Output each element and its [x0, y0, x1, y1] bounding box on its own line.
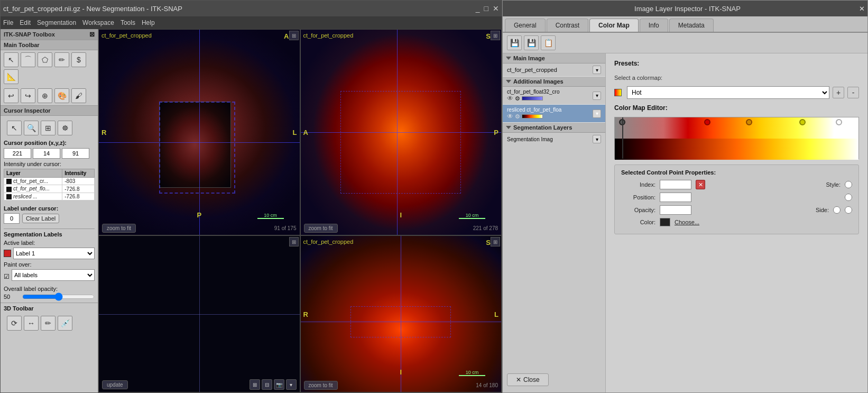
zoom-to-fit-tr[interactable]: zoom to fit	[304, 224, 338, 233]
icon-down-btn[interactable]: ▾	[286, 379, 297, 390]
side-radio1[interactable]	[833, 206, 841, 214]
menu-file[interactable]: File	[3, 19, 13, 26]
layer2-item[interactable]: resliced ct_for_pet_floa 👁 ⚙ ▾	[503, 105, 605, 123]
choose-link[interactable]: Choose...	[675, 219, 699, 225]
redo-btn[interactable]: ↪	[21, 88, 35, 103]
cp-white[interactable]	[836, 119, 842, 125]
layer1-item[interactable]: ct_for_pet_float32_cro 👁 ⚙ ▾	[503, 87, 605, 105]
polygon-tool-btn[interactable]: ⬠	[38, 52, 52, 67]
tab-colormap[interactable]: Color Map	[589, 19, 639, 32]
layer2-eye-icon[interactable]: 👁	[507, 113, 513, 120]
undo-btn[interactable]: ↩	[4, 88, 19, 103]
toolbox-collapse-icon[interactable]: ⊠	[89, 31, 95, 38]
3d-tool2-btn[interactable]: ↔	[24, 316, 39, 331]
brush-tool-btn[interactable]: ✏	[54, 52, 69, 67]
vp-expand-bl[interactable]: ⊞	[289, 237, 299, 246]
index-input[interactable]	[660, 180, 691, 189]
menu-segmentation[interactable]: Segmentation	[37, 19, 76, 26]
inspector-clipboard-btn[interactable]: 📋	[541, 35, 556, 50]
colormap-select[interactable]: Hot Gray Jet Cool	[627, 86, 829, 99]
viewport-top-right[interactable]: ct_for_pet_cropped S A P I 10 cm zoom to…	[300, 29, 502, 235]
color-swatch-btn[interactable]	[660, 218, 670, 226]
viewport-bottom-left[interactable]: update ⊞ ⊟ 📷 ▾ ⊞	[98, 235, 300, 392]
opacity-cp-input[interactable]	[660, 205, 691, 215]
menu-edit[interactable]: Edit	[20, 19, 31, 26]
tab-general[interactable]: General	[505, 19, 546, 32]
colormap-add-btn[interactable]: +	[833, 87, 844, 98]
frame-info-br: 14 of 180	[476, 382, 498, 388]
black-panel-image[interactable]	[99, 236, 300, 392]
tab-metadata[interactable]: Metadata	[669, 19, 714, 32]
position-input[interactable]	[660, 193, 691, 202]
position-radio[interactable]	[845, 194, 852, 201]
close-btn[interactable]: ✕	[493, 4, 499, 13]
3d-tool4-btn[interactable]: 💉	[58, 316, 72, 331]
minimize-btn[interactable]: _	[476, 4, 480, 13]
pet-coronal-image[interactable]: ct_for_pet_cropped S R L I 10 cm	[301, 236, 502, 392]
vp-expand-tr[interactable]: ⊞	[491, 31, 500, 40]
cursor-y-input[interactable]	[33, 148, 60, 159]
label-color-swatch[interactable]	[4, 250, 11, 257]
clear-label-btn[interactable]: Clear Label	[22, 214, 59, 223]
zoom-to-fit-br[interactable]: zoom to fit	[304, 381, 338, 390]
layer1-close[interactable]: ▾	[593, 92, 601, 100]
3d-tool3-btn[interactable]: ✏	[41, 316, 56, 331]
cursor-tool-btn[interactable]: ↖	[7, 121, 22, 135]
menu-tools[interactable]: Tools	[121, 19, 135, 26]
fill-tool-btn[interactable]: $	[71, 52, 86, 67]
tab-contrast[interactable]: Contrast	[547, 19, 588, 32]
inspector-close-big-btn[interactable]: ✕ Close	[507, 373, 549, 386]
layer1-eye-icon[interactable]: 👁	[507, 95, 513, 102]
main-image-layer-item[interactable]: ct_for_pet_cropped ▾	[503, 63, 605, 77]
ct-scan-image[interactable]: ct_for_pet_cropped A R L P 10 cm	[99, 30, 300, 235]
palette-btn[interactable]: 🖌	[71, 88, 86, 103]
colormap-gradient-container[interactable]	[614, 117, 859, 159]
cp-yellow[interactable]	[799, 119, 806, 125]
seg-image-row[interactable]: Segmentation Imag ▾	[503, 133, 605, 145]
all-labels-dropdown[interactable]: All labels	[12, 269, 95, 281]
pointer-tool-btn[interactable]: ↖	[4, 52, 19, 67]
icon-minus-btn[interactable]: ⊟	[262, 379, 272, 390]
zoom-to-fit-tl[interactable]: zoom to fit	[102, 224, 136, 233]
crosshair-tool-btn[interactable]: ⊞	[41, 121, 56, 135]
maximize-btn[interactable]: □	[484, 4, 488, 13]
label-value-input[interactable]	[4, 213, 20, 224]
tab-info[interactable]: Info	[640, 19, 668, 32]
3d-tool1-btn[interactable]: ⟳	[7, 316, 22, 331]
icon-grid-btn[interactable]: ⊞	[250, 379, 260, 390]
magnify-tool-btn[interactable]: 🔍	[24, 121, 39, 135]
ruler-tool-btn[interactable]: 📐	[4, 69, 19, 84]
inspector-save-btn1[interactable]: 💾	[507, 35, 522, 50]
side-radio2[interactable]	[845, 206, 852, 214]
cp-red-mid[interactable]	[704, 119, 710, 125]
style-radio[interactable]	[845, 181, 852, 188]
menu-workspace[interactable]: Workspace	[82, 19, 114, 26]
layer-close-main[interactable]: ▾	[593, 66, 601, 74]
layers-btn[interactable]: ⊕	[38, 88, 52, 103]
layer2-settings-icon[interactable]: ⚙	[515, 113, 520, 120]
hand-tool-btn[interactable]: ☸	[58, 121, 72, 135]
seg-image-close[interactable]: ▾	[593, 135, 601, 143]
label-dropdown[interactable]: Label 1	[13, 248, 95, 259]
lasso-tool-btn[interactable]: ⌒	[21, 52, 35, 67]
viewport-top-left[interactable]: ct_for_pet_cropped A R L P 10 cm zoom t	[98, 29, 300, 235]
layer2-close[interactable]: ▾	[593, 109, 601, 118]
pet-scan-image[interactable]: ct_for_pet_cropped S A P I 10 cm	[301, 30, 502, 235]
update-btn[interactable]: update	[102, 380, 128, 389]
viewport-bottom-right[interactable]: ct_for_pet_cropped S R L I 10 cm zoom to…	[300, 235, 502, 392]
inspector-save-btn2[interactable]: 💾	[524, 35, 539, 50]
vp-expand-br[interactable]: ⊞	[491, 237, 500, 246]
cp-orange[interactable]	[746, 119, 752, 125]
cursor-z-input[interactable]	[62, 148, 89, 159]
layer1-settings-icon[interactable]: ⚙	[515, 95, 520, 102]
color-btn[interactable]: 🎨	[54, 88, 69, 103]
menu-help[interactable]: Help	[142, 19, 155, 26]
icon-camera-btn[interactable]: 📷	[274, 379, 284, 390]
layer2-name: resliced ct_for_pet_floa	[507, 107, 593, 113]
cursor-x-input[interactable]	[4, 148, 31, 159]
vp-expand-tl[interactable]: ⊞	[289, 31, 299, 40]
colormap-del-btn[interactable]: -	[847, 87, 859, 98]
opacity-slider[interactable]	[22, 295, 95, 299]
delete-cp-btn[interactable]: ✕	[696, 180, 705, 189]
inspector-close-btn[interactable]: ✕	[859, 5, 865, 13]
